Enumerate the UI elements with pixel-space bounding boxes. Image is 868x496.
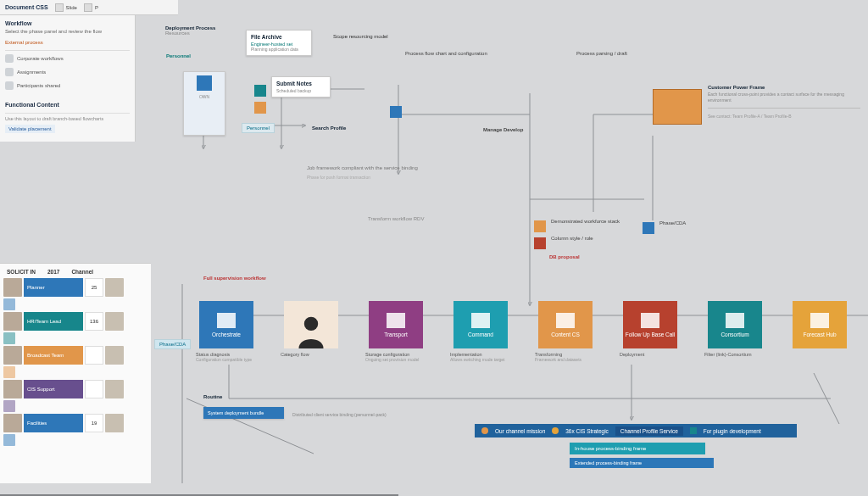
grid-row[interactable]: Planner25 [3,278,147,297]
avatar [3,278,22,297]
red-flow-tag: Full supervision workflow [203,276,266,281]
toolbar-button-a[interactable] [55,3,64,12]
tile-caption: Category flow [281,352,348,357]
card-submit[interactable]: Submit Notes Scheduled backup [271,76,331,98]
tall-card[interactable]: OWN [183,71,225,136]
grid-h1: SOLICIT IN [7,269,36,275]
orange-icon [254,102,266,114]
tile-icon [726,313,744,328]
tile-caption: TransformingFramework and datasets [535,352,603,362]
top-line-1: Process flow chart and configuration [405,51,487,56]
avatar [105,312,124,331]
mid-note: Job framework compliant with the service… [307,165,476,170]
person-icon [295,315,327,348]
grid-row[interactable]: Facilities19 [3,414,147,432]
devops-label: Manage Develop [483,127,523,132]
workflow-tile[interactable]: Follow Up Base Call [623,301,677,348]
doc-icon [5,81,14,90]
tile-icon [387,313,405,328]
mini-icon [3,298,15,310]
grid-row[interactable]: Broadcast Team [3,346,147,365]
sub-bar-1[interactable]: In-house process-binding frame [570,443,705,454]
panel-item-1-label: Assignments [17,70,46,75]
grid-value [85,346,103,365]
grid-h2: 2017 [47,269,59,275]
mini-icon [3,366,15,378]
grid-value [85,380,103,398]
status-4: For plugin development [704,428,761,434]
grid-tile: HR/Team Lead [24,312,83,331]
panel-item-1[interactable]: Assignments [5,68,130,76]
status-3[interactable]: Channel Profile Service [615,426,683,436]
avatar [3,312,22,331]
sub-bar-2[interactable]: Extended process-binding frame [570,458,714,468]
grid-tile: CIS Support [24,380,83,398]
grid-row[interactable]: HR/Team Lead136 [3,312,147,331]
people-grid: SOLICIT IN 2017 Channel Planner25HR/Team… [0,263,151,483]
avatar [105,278,124,297]
left-panel: Workflow Select the phase panel and revi… [0,15,136,142]
toolbar-label-b: P [95,5,98,10]
workflow-tile[interactable]: Consortium [708,301,762,348]
panel-note: Use this layout to draft branch-based fl… [5,113,130,121]
tile-label: Consortium [721,332,748,337]
app-title: Document CSS [5,4,48,10]
panel-item-2[interactable]: Participants shared [5,81,130,90]
avatar [105,346,124,365]
photo-thumb[interactable] [653,89,702,125]
phase-a: Deployment Process Resources [165,25,233,36]
doc-icon [5,68,14,76]
workflow-tile[interactable]: Transport [369,301,423,348]
status-dot-icon [552,427,559,434]
panel-chip[interactable]: Validate placement [5,125,55,133]
card-file-archive[interactable]: File Archive Engineer-hosted set Plannin… [246,30,312,56]
panel-item-0[interactable]: Corporate workflows [5,54,130,63]
grid-tile: Broadcast Team [24,346,83,365]
tile-label: Transport [384,332,408,337]
tile-caption: Storage configurationOngoing set provisi… [365,352,433,362]
grid-value: 136 [85,312,103,331]
workflow-tile[interactable]: Forecast Hub [793,301,847,348]
person-tile[interactable] [284,301,338,348]
tile-icon [471,313,490,328]
blue-icon [390,106,402,118]
avatar [3,380,22,398]
tile-label: Command [468,332,493,337]
mini-icon [3,332,15,344]
grid-row[interactable]: CIS Support [3,380,147,398]
workflow-tile[interactable]: Orchestrate [199,301,253,348]
grid-value: 19 [85,414,103,432]
side-tag: Phase/CDA [659,220,686,226]
status-bar: Our channel mission 36x CIS Strategic Ch… [475,424,797,437]
tile-label: Follow Up Base Call [626,332,676,337]
status-1: Our channel mission [495,428,545,434]
tile-caption: Deployment [620,352,687,357]
tile-caption: Status diagnosisConfiguration compatible… [196,352,264,362]
tile-label: Content CS [551,332,580,337]
routine-sub2: Distributed client service binding (pers… [292,412,437,417]
flow-hdr: Transform workflow RDV [368,216,424,221]
panel-link[interactable]: External process [5,40,130,45]
doc-icon [5,54,14,63]
row-orange: DB proposal [549,254,580,259]
phase-chip[interactable]: Phase/CDA [154,339,191,349]
panel-heading: Workflow [5,20,130,26]
avatar [105,380,124,398]
tile-caption: Filter (link)-Consortium [704,352,772,357]
grid-value: 25 [85,278,103,297]
top-line-2: Process parsing / draft [576,51,627,56]
grid-tile: Facilities [24,414,83,432]
workflow-tile[interactable]: Content CS [538,301,593,348]
routine-title: Routine [203,394,222,399]
svg-point-14 [304,317,318,331]
search-label: Search Profile [312,125,346,131]
routine-card[interactable]: System deployment bundle [203,407,284,419]
toolbar-button-b[interactable] [84,3,92,12]
tile-icon [641,313,659,328]
personnel-chip[interactable]: Personnel [242,123,275,133]
mini-icon [3,434,15,446]
row-tag-2: Column style / role [551,236,636,241]
teal-icon [254,85,266,97]
toolbar-label-a: Slide [66,5,77,10]
workflow-tile[interactable]: Command [453,301,508,348]
